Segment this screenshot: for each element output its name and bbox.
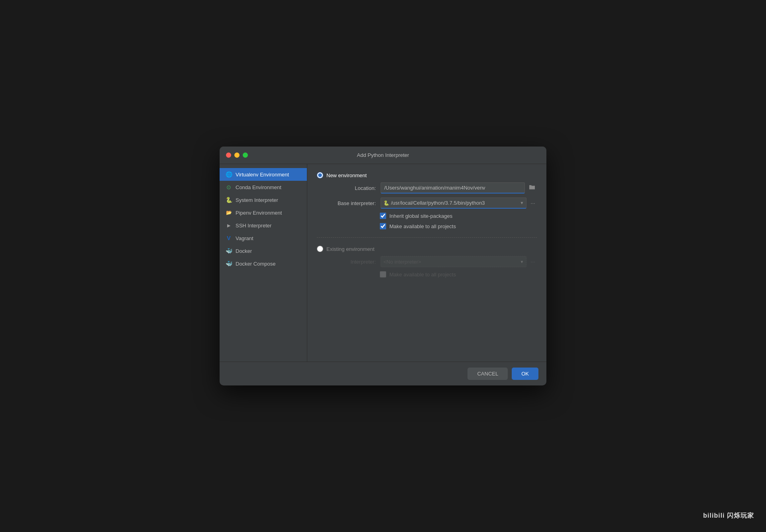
make-available-existing-checkbox bbox=[380, 271, 386, 278]
location-input[interactable] bbox=[381, 182, 525, 194]
maximize-button[interactable] bbox=[243, 153, 248, 158]
virtualenv-icon: 🌐 bbox=[225, 171, 232, 178]
sidebar: 🌐 Virtualenv Environment ⊙ Conda Environ… bbox=[220, 164, 307, 362]
docker-compose-icon: 🐳 bbox=[225, 260, 232, 267]
sidebar-item-label: SSH Interpreter bbox=[236, 223, 271, 229]
sidebar-item-vagrant[interactable]: V Vagrant bbox=[220, 232, 307, 244]
sidebar-item-virtualenv[interactable]: 🌐 Virtualenv Environment bbox=[220, 168, 307, 181]
sidebar-item-pipenv[interactable]: 📂 Pipenv Environment bbox=[220, 206, 307, 219]
inherit-checkbox[interactable] bbox=[380, 213, 386, 219]
make-available-existing-row: Make available to all projects bbox=[380, 271, 537, 278]
interpreter-label: Interpreter: bbox=[328, 259, 376, 265]
dialog: Add Python Interpreter 🌐 Virtualenv Envi… bbox=[220, 147, 546, 385]
sidebar-item-label: Virtualenv Environment bbox=[236, 172, 289, 178]
base-interpreter-input-wrapper: 🐍 /usr/local/Cellar/python/3.7.5/bin/pyt… bbox=[381, 198, 537, 209]
minimize-button[interactable] bbox=[234, 153, 240, 158]
interpreter-dropdown[interactable]: <No interpreter> ▼ bbox=[381, 256, 526, 267]
new-env-checkboxes: Inherit global site-packages Make availa… bbox=[380, 213, 537, 229]
chevron-down-icon: ▼ bbox=[520, 201, 524, 205]
new-environment-radio[interactable] bbox=[317, 172, 323, 178]
section-divider bbox=[317, 237, 537, 238]
new-environment-radio-row: New environment bbox=[317, 172, 537, 178]
new-environment-section: New environment Location: bbox=[317, 172, 537, 229]
interpreter-more-options[interactable]: ··· bbox=[529, 258, 537, 265]
interpreter-value: <No interpreter> bbox=[383, 259, 518, 265]
dialog-footer: CANCEL OK bbox=[220, 362, 546, 385]
more-options-button[interactable]: ··· bbox=[529, 200, 537, 206]
interpreter-input-wrapper: <No interpreter> ▼ ··· bbox=[381, 256, 537, 267]
location-row: Location: bbox=[328, 182, 537, 194]
sidebar-item-label: Pipenv Environment bbox=[236, 210, 282, 216]
sidebar-item-docker-compose[interactable]: 🐳 Docker Compose bbox=[220, 257, 307, 270]
existing-env-checkboxes: Make available to all projects bbox=[380, 271, 537, 278]
sidebar-item-label: Docker bbox=[236, 248, 252, 254]
docker-icon: 🐳 bbox=[225, 247, 232, 254]
base-interpreter-row: Base interpreter: 🐍 /usr/local/Cellar/py… bbox=[328, 198, 537, 209]
make-available-new-label: Make available to all projects bbox=[389, 223, 456, 229]
make-available-checkbox-row: Make available to all projects bbox=[380, 223, 537, 229]
python-icon: 🐍 bbox=[383, 200, 389, 206]
sidebar-item-label: Conda Environment bbox=[236, 184, 281, 190]
inherit-label: Inherit global site-packages bbox=[389, 213, 452, 219]
interpreter-row: Interpreter: <No interpreter> ▼ ··· bbox=[328, 256, 537, 267]
sidebar-item-system[interactable]: 🐍 System Interpreter bbox=[220, 194, 307, 206]
title-bar: Add Python Interpreter bbox=[220, 147, 546, 164]
sidebar-item-conda[interactable]: ⊙ Conda Environment bbox=[220, 181, 307, 194]
ssh-icon: ▶ bbox=[225, 222, 232, 229]
base-interpreter-dropdown[interactable]: 🐍 /usr/local/Cellar/python/3.7.5/bin/pyt… bbox=[381, 198, 526, 209]
existing-environment-fields: Interpreter: <No interpreter> ▼ ··· bbox=[328, 256, 537, 278]
location-input-wrapper bbox=[381, 182, 537, 194]
base-interpreter-value: /usr/local/Cellar/python/3.7.5/bin/pytho… bbox=[391, 200, 518, 206]
sidebar-item-label: System Interpreter bbox=[236, 197, 278, 203]
ok-button[interactable]: OK bbox=[512, 368, 538, 380]
main-content: New environment Location: bbox=[307, 164, 546, 362]
chevron-down-icon-2: ▼ bbox=[520, 260, 524, 264]
dialog-title: Add Python Interpreter bbox=[357, 152, 409, 158]
base-interpreter-label: Base interpreter: bbox=[328, 200, 376, 206]
existing-environment-radio-row: Existing environment bbox=[317, 246, 537, 252]
sidebar-item-docker[interactable]: 🐳 Docker bbox=[220, 244, 307, 257]
dialog-body: 🌐 Virtualenv Environment ⊙ Conda Environ… bbox=[220, 164, 546, 362]
existing-environment-section: Existing environment Interpreter: <No in… bbox=[317, 246, 537, 278]
conda-icon: ⊙ bbox=[225, 184, 232, 191]
close-button[interactable] bbox=[226, 153, 231, 158]
inherit-checkbox-row: Inherit global site-packages bbox=[380, 213, 537, 219]
location-folder-button[interactable] bbox=[527, 184, 537, 192]
new-environment-fields: Location: Base interpreter: bbox=[328, 182, 537, 229]
watermark: bilibili 闪烁玩家 bbox=[703, 512, 754, 520]
location-label: Location: bbox=[328, 185, 376, 191]
vagrant-icon: V bbox=[225, 235, 232, 242]
make-available-new-checkbox[interactable] bbox=[380, 223, 386, 229]
sidebar-item-label: Vagrant bbox=[236, 235, 253, 241]
sidebar-item-ssh[interactable]: ▶ SSH Interpreter bbox=[220, 219, 307, 232]
system-icon: 🐍 bbox=[225, 196, 232, 203]
cancel-button[interactable]: CANCEL bbox=[467, 368, 508, 380]
pipenv-icon: 📂 bbox=[225, 209, 232, 216]
existing-environment-radio[interactable] bbox=[317, 246, 323, 252]
traffic-lights bbox=[226, 153, 248, 158]
sidebar-item-label: Docker Compose bbox=[236, 261, 275, 267]
new-environment-label: New environment bbox=[326, 172, 367, 178]
existing-environment-label: Existing environment bbox=[326, 246, 375, 252]
make-available-existing-label: Make available to all projects bbox=[389, 272, 456, 278]
